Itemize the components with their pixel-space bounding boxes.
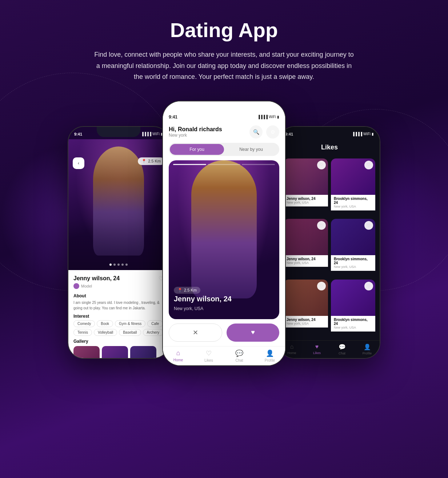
nav-home[interactable]: ⌂ Home	[163, 349, 193, 362]
tag-comedy: Comedy	[73, 320, 95, 327]
center-phone-notch	[200, 101, 248, 112]
right-bottom-nav: ⌂ Home ♥ Likes 💬 Chat 👤 Profile	[279, 340, 380, 358]
match-card: 📍 2.5 Km Jenny wilson, 24 New york, USA	[169, 160, 279, 319]
interest-title: Interest	[73, 314, 164, 319]
reject-button[interactable]: ✕	[169, 324, 222, 342]
right-chat-icon: 💬	[339, 344, 346, 350]
gallery-row	[73, 346, 164, 359]
gallery-title: Gallery	[73, 339, 164, 344]
dot-4	[121, 264, 124, 266]
card-profile-location: New york, USA	[174, 306, 203, 311]
right-nav-profile[interactable]: 👤 Profile	[355, 344, 380, 355]
like-location-4: New york, USA	[334, 265, 372, 269]
wifi-icon: WiFi	[363, 132, 371, 136]
center-header-icons: 🔍 ⚙	[249, 125, 279, 138]
like-card-5: ♡ Jenny wilson, 24 New york, USA	[284, 280, 328, 337]
nav-likes[interactable]: ♡ Likes	[193, 349, 224, 362]
right-nav-chat[interactable]: 💬 Chat	[329, 344, 355, 355]
back-icon: ‹	[78, 161, 79, 166]
like-card-3: ♡ Jenny wilson, 24 New york, USA	[284, 219, 328, 277]
right-phone-content: 9:41 ▐▐▐▐ WiFi ▮ Likes ♡	[279, 127, 380, 358]
like-heart-5[interactable]: ♡	[317, 282, 326, 290]
like-photo-3: ♡	[284, 219, 328, 255]
search-button[interactable]: 🔍	[249, 125, 263, 138]
page-title: Dating App	[170, 18, 278, 42]
like-photo-1: ♡	[284, 158, 328, 195]
tag-cafe: Cafe	[147, 320, 163, 327]
like-info-2: Brooklyn simmons, 24 New york, USA	[331, 195, 375, 210]
profile-icon: 👤	[266, 349, 274, 357]
left-phone-notch	[97, 127, 140, 137]
dot-5	[125, 264, 128, 266]
like-heart-1[interactable]: ♡	[317, 161, 326, 169]
job-icon	[73, 283, 79, 289]
gallery-thumb-2	[102, 346, 128, 359]
right-heart-icon: ♥	[315, 344, 319, 350]
like-card-2: ♡ Brooklyn simmons, 24 New york, USA	[331, 158, 375, 216]
filter-button[interactable]: ⚙	[266, 125, 279, 138]
right-status-icons: ▐▐▐▐ WiFi ▮	[352, 132, 374, 136]
progress-3	[242, 164, 275, 165]
back-button[interactable]: ‹	[73, 157, 84, 169]
right-nav-likes[interactable]: ♥ Likes	[304, 344, 329, 355]
search-icon: 🔍	[253, 129, 259, 135]
like-card-4: ♡ Brooklyn simmons, 24 New york, USA	[331, 219, 375, 277]
like-heart-6[interactable]: ♡	[364, 282, 373, 290]
nav-likes-label: Likes	[204, 358, 213, 362]
center-bottom-nav: ⌂ Home ♡ Likes 💬 Chat 👤 Profile	[163, 346, 285, 365]
center-phone-content: 9:41 ▐▐▐▐ WiFi ▮ Hi, Ronald richards New…	[163, 101, 285, 365]
nav-chat[interactable]: 💬 Chat	[224, 349, 255, 362]
filter-icon: ⚙	[271, 129, 275, 135]
tab-switcher: For you Near by you	[169, 143, 279, 156]
distance-badge: 📍 2.5 Km	[138, 157, 164, 165]
like-info-3: Jenny wilson, 24 New york, USA	[284, 255, 328, 267]
tag-book: Book	[97, 320, 113, 327]
like-heart-3[interactable]: ♡	[317, 221, 326, 230]
tag-volleyball: Volleyball	[94, 329, 117, 336]
right-nav-home-label: Home	[287, 351, 296, 355]
greeting-text: Hi, Ronald richards	[169, 126, 222, 133]
dot-3	[117, 264, 120, 266]
center-status-icons: ▐▐▐▐ WiFi ▮	[257, 115, 279, 119]
phone-left: 9:41 ▐▐▐▐ WiFi ▮ ‹	[68, 126, 169, 359]
tab-for-you[interactable]: For you	[170, 144, 224, 155]
right-profile-icon: 👤	[364, 344, 371, 350]
phones-container: 9:41 ▐▐▐▐ WiFi ▮ ‹	[24, 101, 424, 366]
gallery-thumb-3	[130, 346, 156, 359]
nav-profile[interactable]: 👤 Profile	[255, 349, 285, 362]
match-card-area: 📍 2.5 Km Jenny wilson, 24 New york, USA	[169, 160, 279, 319]
photo-dots	[109, 264, 128, 266]
right-nav-likes-label: Likes	[313, 351, 321, 355]
battery-icon: ▮	[372, 132, 374, 136]
profile-job: Model	[73, 283, 120, 289]
dot-1	[109, 264, 112, 266]
like-name-3: Jenny wilson, 24	[287, 257, 325, 261]
likes-header: Likes	[279, 139, 380, 156]
right-time: 9:41	[285, 132, 293, 136]
tab-near-by-you[interactable]: Near by you	[224, 144, 278, 155]
page-container: Dating App Find love, connect with peopl…	[0, 0, 448, 366]
job-text: Model	[81, 284, 92, 288]
like-info-4: Brooklyn simmons, 24 New york, USA	[331, 255, 375, 271]
tag-gym: Gym & fitness	[115, 320, 145, 327]
like-heart-4[interactable]: ♡	[364, 221, 373, 230]
home-icon: ⌂	[176, 349, 180, 357]
like-location-3: New york, USA	[287, 261, 325, 265]
tag-baseball: Baseball	[119, 329, 141, 336]
center-header: Hi, Ronald richards New york 🔍 ⚙	[163, 122, 285, 143]
gallery-thumb-1	[73, 346, 100, 359]
progress-2	[208, 164, 241, 165]
likes-title: Likes	[285, 144, 374, 151]
like-location-2: New york, USA	[334, 205, 372, 208]
like-card-6: ♡ Brooklyn simmons, 24 New york, USA	[331, 280, 375, 337]
nav-home-label: Home	[173, 358, 183, 362]
profile-name: Jenny wilson, 24	[73, 275, 120, 282]
left-profile-photo: ‹ 📍 2.5 Km	[68, 139, 169, 270]
like-location-6: New york, USA	[334, 326, 372, 329]
like-heart-2[interactable]: ♡	[364, 161, 373, 169]
like-button[interactable]: ♥	[227, 324, 279, 342]
phone-right: 9:41 ▐▐▐▐ WiFi ▮ Likes ♡	[279, 126, 380, 359]
match-woman-figure	[191, 160, 257, 298]
like-info-6: Brooklyn simmons, 24 New york, USA	[331, 316, 375, 332]
interest-tags: Comedy Book Gym & fitness Cafe Tennis Vo…	[73, 320, 164, 336]
